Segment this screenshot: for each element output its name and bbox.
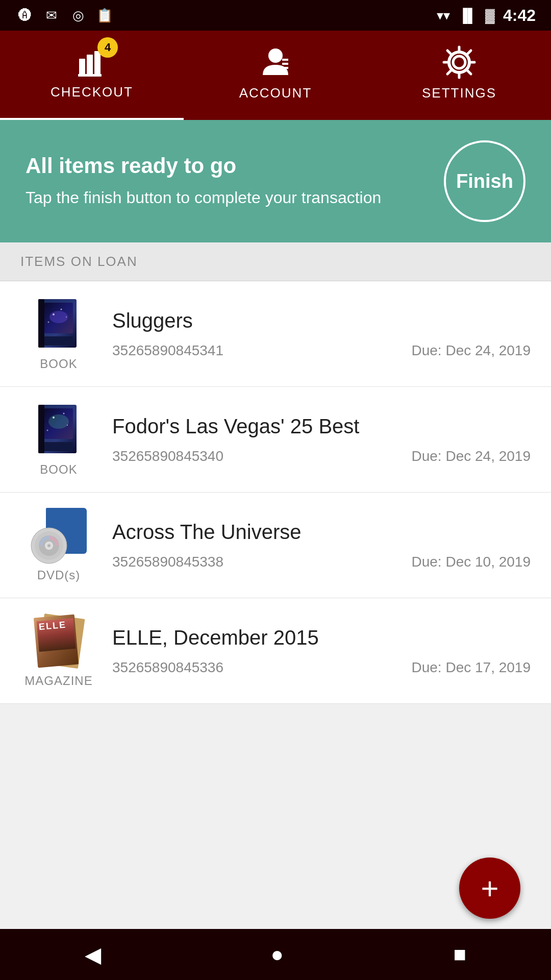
item-type-1: BOOK bbox=[40, 357, 77, 371]
battery-icon: ▓ bbox=[485, 8, 495, 23]
svg-rect-20 bbox=[38, 405, 44, 453]
item-details-2: Fodor's Las Vegas' 25 Best 3526589084534… bbox=[97, 415, 531, 464]
status-icon-sun: ◎ bbox=[68, 6, 88, 25]
item-meta-2: 35265890845340 Due: Dec 24, 2019 bbox=[112, 448, 531, 464]
banner-text: All items ready to go Tap the finish but… bbox=[26, 154, 429, 209]
empty-space bbox=[0, 704, 551, 857]
section-header: ITEMS ON LOAN bbox=[0, 242, 551, 281]
section-title: ITEMS ON LOAN bbox=[20, 254, 138, 269]
status-right-icons: ▾▾ ▐▌ ▓ 4:42 bbox=[437, 6, 536, 25]
home-button[interactable]: ● bbox=[271, 942, 284, 967]
item-meta-3: 35265890845338 Due: Dec 10, 2019 bbox=[112, 554, 531, 570]
status-time: 4:42 bbox=[503, 6, 536, 25]
list-item: DVD(s) Across The Universe 3526589084533… bbox=[0, 493, 551, 598]
svg-rect-11 bbox=[38, 299, 44, 348]
banner-title: All items ready to go bbox=[26, 154, 429, 178]
magazine-icon: ELLE bbox=[31, 614, 87, 670]
account-label: ACCOUNT bbox=[239, 85, 312, 101]
nav-account[interactable]: ACCOUNT bbox=[184, 31, 367, 120]
book-icon-2 bbox=[31, 402, 87, 458]
settings-label: SETTINGS bbox=[422, 85, 496, 101]
nav-settings[interactable]: SETTINGS bbox=[367, 31, 551, 120]
item-title-2: Fodor's Las Vegas' 25 Best bbox=[112, 415, 531, 438]
finish-button[interactable]: Finish bbox=[444, 140, 525, 222]
svg-point-8 bbox=[453, 56, 465, 68]
item-due-3: Due: Dec 10, 2019 bbox=[412, 554, 531, 570]
item-details-4: ELLE, December 2015 35265890845336 Due: … bbox=[97, 626, 531, 676]
item-due-2: Due: Dec 24, 2019 bbox=[412, 448, 531, 464]
account-icon bbox=[258, 44, 293, 80]
item-type-3: DVD(s) bbox=[37, 568, 81, 582]
item-title-3: Across The Universe bbox=[112, 521, 531, 544]
items-list: BOOK Sluggers 35265890845341 Due: Dec 24… bbox=[0, 281, 551, 704]
dvd-icon bbox=[31, 508, 87, 564]
svg-rect-1 bbox=[87, 55, 93, 75]
dvd-disc bbox=[31, 527, 67, 564]
svg-point-26 bbox=[48, 414, 69, 429]
svg-point-23 bbox=[63, 413, 65, 414]
item-details-1: Sluggers 35265890845341 Due: Dec 24, 201… bbox=[97, 309, 531, 359]
back-button[interactable]: ◀ bbox=[85, 942, 101, 967]
item-barcode-2: 35265890845340 bbox=[112, 448, 223, 464]
svg-rect-18 bbox=[44, 336, 73, 346]
list-item: BOOK Fodor's Las Vegas' 25 Best 35265890… bbox=[0, 387, 551, 493]
status-icon-mail: ✉ bbox=[42, 6, 61, 25]
item-type-2: BOOK bbox=[40, 462, 77, 477]
svg-point-17 bbox=[49, 311, 68, 323]
add-item-button[interactable]: + bbox=[459, 857, 520, 919]
checkout-badge: 4 bbox=[97, 37, 118, 58]
checkout-label: CHECKOUT bbox=[51, 84, 133, 100]
item-barcode-4: 35265890845336 bbox=[112, 659, 223, 676]
status-bar: 🅐 ✉ ◎ 📋 ▾▾ ▐▌ ▓ 4:42 bbox=[0, 0, 551, 31]
item-thumbnail-4: ELLE MAGAZINE bbox=[20, 614, 97, 688]
svg-point-16 bbox=[48, 322, 49, 323]
svg-point-33 bbox=[48, 545, 50, 547]
list-item: ELLE MAGAZINE ELLE, December 2015 352658… bbox=[0, 598, 551, 704]
banner: All items ready to go Tap the finish but… bbox=[0, 120, 551, 242]
item-due-4: Due: Dec 17, 2019 bbox=[412, 659, 531, 676]
item-type-4: MAGAZINE bbox=[24, 674, 92, 688]
main-content: ITEMS ON LOAN bbox=[0, 242, 551, 918]
recent-apps-button[interactable]: ■ bbox=[453, 942, 466, 967]
wifi-icon: ▾▾ bbox=[437, 8, 450, 23]
nav-checkout[interactable]: 4 CHECKOUT bbox=[0, 31, 184, 120]
status-icon-clipboard: 📋 bbox=[95, 6, 114, 25]
item-barcode-3: 35265890845338 bbox=[112, 554, 223, 570]
checkout-icon: 4 bbox=[74, 43, 110, 79]
svg-point-14 bbox=[61, 309, 62, 310]
book-icon-1 bbox=[31, 297, 87, 353]
svg-rect-0 bbox=[79, 59, 85, 75]
signal-icon: ▐▌ bbox=[458, 8, 477, 23]
item-barcode-1: 35265890845341 bbox=[112, 342, 223, 359]
item-thumbnail-2: BOOK bbox=[20, 402, 97, 477]
status-left-icons: 🅐 ✉ ◎ 📋 bbox=[15, 6, 114, 25]
settings-icon bbox=[441, 44, 477, 80]
svg-rect-2 bbox=[94, 51, 101, 75]
item-details-3: Across The Universe 35265890845338 Due: … bbox=[97, 521, 531, 570]
svg-rect-27 bbox=[44, 442, 73, 451]
item-thumbnail-3: DVD(s) bbox=[20, 508, 97, 582]
list-item: BOOK Sluggers 35265890845341 Due: Dec 24… bbox=[0, 281, 551, 387]
item-due-1: Due: Dec 24, 2019 bbox=[412, 342, 531, 359]
item-meta-4: 35265890845336 Due: Dec 17, 2019 bbox=[112, 659, 531, 676]
item-thumbnail-1: BOOK bbox=[20, 297, 97, 371]
banner-subtitle: Tap the finish button to complete your t… bbox=[26, 186, 429, 209]
status-icon-a: 🅐 bbox=[15, 6, 35, 25]
svg-point-25 bbox=[47, 430, 48, 431]
svg-point-4 bbox=[268, 48, 283, 63]
item-meta-1: 35265890845341 Due: Dec 24, 2019 bbox=[112, 342, 531, 359]
item-title-1: Sluggers bbox=[112, 309, 531, 332]
item-title-4: ELLE, December 2015 bbox=[112, 626, 531, 649]
top-navigation: 4 CHECKOUT ACCOUNT SETTINGS bbox=[0, 31, 551, 120]
bottom-navigation: ◀ ● ■ bbox=[0, 929, 551, 980]
svg-rect-3 bbox=[78, 74, 102, 77]
